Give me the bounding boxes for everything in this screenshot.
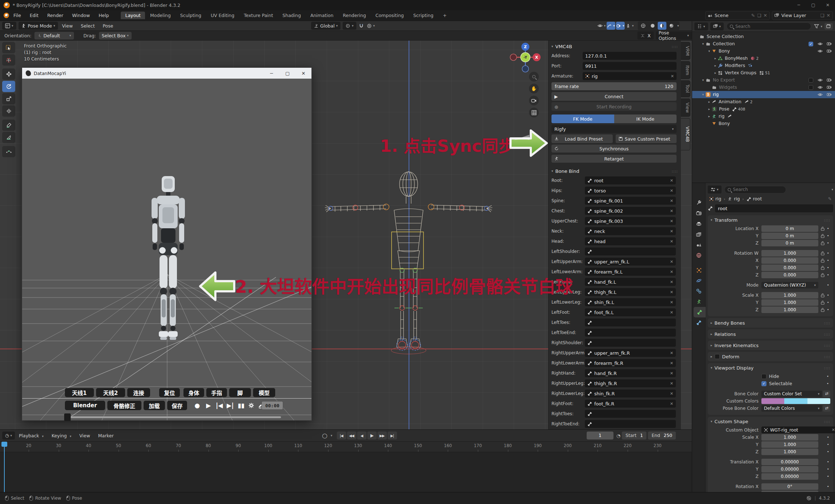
outliner-row-animation[interactable]: ▸Animation2 — [692, 98, 835, 105]
transform-value-field[interactable]: 0.000 — [761, 272, 818, 278]
custom-shape-field[interactable]: 1.000 — [761, 434, 818, 441]
custom-shape-field[interactable]: 0.00000 — [761, 473, 818, 480]
mocap-button-7[interactable]: 模型 — [253, 388, 275, 397]
start-recording-button[interactable]: ●Start Recording — [551, 102, 677, 111]
clear-bone-icon[interactable]: ✕ — [670, 391, 673, 396]
camera-view-icon[interactable] — [529, 96, 539, 105]
timeline-ruler[interactable]: 2030405060708090100110120130140150160170… — [0, 442, 692, 452]
animate-dot-icon[interactable]: • — [826, 293, 830, 297]
shading-wireframe-icon[interactable] — [639, 22, 648, 30]
timeline-play-back-button[interactable]: ◀ — [357, 432, 367, 440]
pin-id-icon[interactable]: ✎ — [828, 196, 832, 201]
workspace-tab-modeling[interactable]: Modeling — [146, 12, 175, 19]
delete-view-layer-icon[interactable]: ✕ — [827, 13, 830, 18]
animate-dot-icon[interactable]: • — [826, 442, 830, 446]
outliner-row-bonymesh[interactable]: ▸BonyMesh2 — [692, 55, 835, 62]
mocap-skip-forward-icon[interactable]: ▶| — [225, 401, 235, 410]
pose-bone-color-dropdown[interactable]: Default Colors▾ — [761, 405, 822, 412]
snap-magnet-icon[interactable] — [357, 22, 366, 30]
clear-bone-icon[interactable]: ✕ — [670, 270, 673, 274]
properties-tab-render[interactable] — [692, 208, 706, 218]
properties-tab-object-data[interactable] — [692, 296, 706, 307]
outliner-filter-mode[interactable]: ▾ — [710, 22, 724, 30]
bone-bind-field[interactable]: upper_arm_fk.L✕ — [585, 258, 676, 266]
timeline-menu-view[interactable]: View — [75, 433, 94, 438]
lock-icon[interactable] — [820, 300, 826, 305]
snapping-pill[interactable]: X — [637, 32, 654, 39]
properties-tab-bone-constraint[interactable] — [692, 317, 706, 328]
mocap-action-2[interactable]: 加载 — [144, 401, 165, 410]
eye-toggle-icon[interactable] — [815, 85, 824, 90]
outliner-row-bony[interactable]: ▾Bony — [692, 47, 835, 55]
clear-bone-icon[interactable]: ✕ — [670, 290, 673, 295]
expand-icon[interactable]: ▾ — [700, 42, 706, 46]
bone-bind-field[interactable]: thigh_fk.L✕ — [585, 288, 676, 296]
expand-icon[interactable]: ▸ — [713, 57, 718, 60]
mocap-button-2[interactable]: 连接 — [127, 388, 150, 397]
lock-icon[interactable] — [820, 273, 826, 277]
workspace-tab-texture-paint[interactable]: Texture Paint — [239, 12, 277, 19]
panel-header[interactable]: ▸Bendy Bones:::: — [708, 318, 833, 328]
transform-value-field[interactable]: 0.000 — [761, 257, 818, 264]
mocap-button-1[interactable]: 天线2 — [96, 388, 125, 397]
panel-relations[interactable]: ▸Relations:::: — [708, 329, 833, 339]
lock-icon[interactable] — [820, 308, 826, 312]
animate-dot-icon[interactable]: • — [826, 450, 830, 454]
synchronous-button[interactable]: Synchronous — [551, 145, 677, 153]
mocap-progress-handle[interactable] — [64, 413, 71, 421]
minimize-button[interactable]: ─ — [791, 0, 806, 10]
color-swatch-2[interactable] — [807, 398, 830, 404]
bone-bind-field[interactable]: shin_fk.R✕ — [585, 390, 676, 397]
copy-scene-icon[interactable]: ❏ — [757, 13, 761, 18]
sidebar-tab-vmc4b[interactable]: VMC4B — [681, 118, 690, 150]
bone-bind-field[interactable]: shin_fk.L✕ — [585, 298, 676, 306]
mocap-pause-icon[interactable]: ▮▮ — [236, 401, 246, 410]
lock-icon[interactable] — [820, 266, 826, 270]
animate-dot-icon[interactable]: • — [826, 251, 830, 255]
start-frame-field[interactable]: Start1 — [622, 432, 646, 440]
timeline-tracks[interactable] — [0, 452, 692, 492]
properties-options-icon[interactable]: ▾ — [831, 188, 833, 191]
deform-checkbox[interactable] — [715, 354, 720, 359]
box-toggle-icon[interactable] — [806, 78, 815, 83]
properties-search[interactable] — [724, 186, 786, 193]
workspace-tab-layout[interactable]: Layout — [121, 12, 145, 19]
rig-character-wireframe[interactable] — [308, 156, 511, 359]
tool-scale[interactable] — [2, 93, 15, 104]
bone-name-field[interactable]: root — [715, 204, 833, 212]
properties-tab-scene[interactable] — [692, 239, 706, 250]
load-bind-preset-button[interactable]: Load Bind Preset — [551, 134, 613, 143]
menu-render[interactable]: Render — [43, 13, 68, 18]
mocap-close-button[interactable]: ✕ — [295, 71, 311, 76]
mocap-progress-track[interactable] — [66, 416, 281, 418]
breadcrumb-bone[interactable]: root — [753, 196, 762, 201]
clear-bone-icon[interactable]: ✕ — [670, 381, 673, 386]
animate-dot-icon[interactable]: • — [826, 226, 830, 230]
show-object-types-icon[interactable]: ▾ — [597, 22, 606, 30]
clear-bone-icon[interactable]: ✕ — [670, 229, 673, 234]
shading-dropdown-icon[interactable]: ▾ — [677, 24, 679, 28]
outliner-row-rig[interactable]: ▸rig — [692, 113, 835, 120]
bone-bind-field[interactable] — [585, 247, 676, 255]
mocap-maximize-button[interactable]: ▢ — [280, 71, 295, 76]
clear-bone-icon[interactable]: ✕ — [670, 219, 673, 224]
panel-header[interactable]: ▸Relations:::: — [708, 329, 833, 339]
bone-bind-field[interactable] — [585, 420, 676, 428]
menu-file[interactable]: File — [9, 13, 25, 18]
animate-dot-icon[interactable]: • — [826, 435, 830, 439]
expand-icon[interactable]: ▾ — [700, 93, 706, 96]
expand-icon[interactable]: ▸ — [713, 71, 718, 75]
properties-tab-output[interactable] — [692, 218, 706, 229]
camera-toggle-icon[interactable] — [824, 49, 834, 53]
outliner-row-collection[interactable]: ▾Collection✓ — [692, 40, 835, 47]
outliner-row-rig[interactable]: ▾rig — [692, 91, 835, 98]
bone-bind-field[interactable]: foot_fk.R✕ — [585, 400, 676, 408]
orthographic-grid-icon[interactable] — [529, 108, 539, 117]
tool-cursor[interactable] — [2, 54, 15, 66]
camera-toggle-icon[interactable] — [824, 78, 834, 83]
workspace-tab-shading[interactable]: Shading — [278, 12, 305, 19]
mode-selector[interactable]: Pose Mode ▾ — [18, 22, 58, 30]
animate-dot-icon[interactable]: • — [826, 474, 830, 478]
playhead[interactable] — [4, 442, 5, 492]
clear-bone-icon[interactable]: ✕ — [670, 178, 673, 183]
